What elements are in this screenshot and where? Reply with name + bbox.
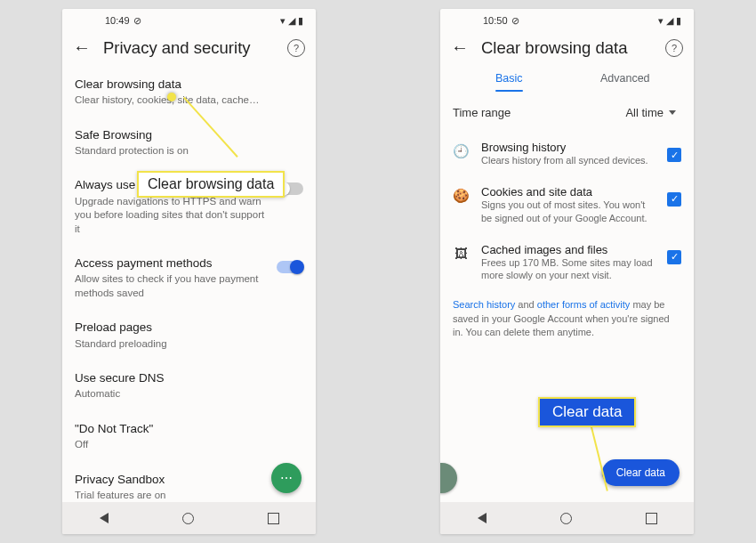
- check-subtitle: Frees up 170 MB. Some sites may load mor…: [481, 256, 655, 283]
- nav-home-icon[interactable]: [182, 513, 194, 524]
- check-cached-images[interactable]: 🖼 Cached images and files Frees up 170 M…: [440, 234, 694, 292]
- item-preload-pages[interactable]: Preload pages Standard preloading: [62, 310, 316, 361]
- link-other-activity[interactable]: other forms of activity: [537, 299, 631, 310]
- page-title: Privacy and security: [103, 38, 275, 58]
- time-range-label: Time range: [453, 106, 511, 119]
- signal-icon: ◢: [666, 15, 673, 27]
- status-bar: 10:49 ⊘ ▾ ◢ ▮: [62, 9, 316, 32]
- nav-recent-icon[interactable]: [268, 513, 279, 524]
- nav-recent-icon[interactable]: [646, 513, 657, 524]
- item-title: Safe Browsing: [75, 127, 303, 143]
- page-title: Clear browsing data: [481, 38, 653, 58]
- item-safe-browsing[interactable]: Safe Browsing Standard protection is on: [62, 118, 316, 168]
- item-subtitle: Standard protection is on: [75, 144, 303, 158]
- check-subtitle: Signs you out of most sites. You won't b…: [481, 199, 655, 225]
- checkbox-cookies[interactable]: ✓: [667, 192, 681, 207]
- status-time: 10:50: [483, 15, 508, 26]
- header: ← Privacy and security ?: [62, 32, 316, 67]
- check-title: Cookies and site data: [481, 185, 655, 199]
- signal-icon: ◢: [288, 15, 295, 27]
- phone-right-clear-data: 10:50 ⊘ ▾ ◢ ▮ ← Clear browsing data ? Ba…: [440, 9, 694, 534]
- battery-icon: ▮: [676, 15, 681, 27]
- tab-basic[interactable]: Basic: [451, 67, 567, 93]
- item-title: Clear browsing data: [75, 77, 303, 93]
- item-subtitle: Trial features are on: [75, 489, 303, 503]
- check-browsing-history[interactable]: 🕘 Browsing history Clears history from a…: [440, 132, 694, 176]
- item-title: Privacy Sandbox: [75, 472, 303, 488]
- wifi-icon: ▾: [658, 15, 664, 27]
- status-icon: ⊘: [511, 15, 519, 27]
- check-title: Browsing history: [481, 141, 655, 154]
- nav-bar: [62, 502, 316, 534]
- clock-icon: 🕘: [453, 143, 469, 159]
- checkbox-cache[interactable]: ✓: [667, 250, 681, 264]
- nav-back-icon[interactable]: [100, 513, 109, 523]
- wifi-icon: ▾: [280, 15, 286, 27]
- status-bar: 10:50 ⊘ ▾ ◢ ▮: [440, 9, 694, 32]
- help-icon[interactable]: ?: [665, 39, 683, 57]
- nav-bar: [440, 502, 694, 534]
- check-subtitle: Clears history from all synced devices.: [481, 154, 655, 167]
- checkbox-history[interactable]: ✓: [667, 148, 681, 162]
- back-icon[interactable]: ←: [73, 37, 91, 58]
- status-right: ▾ ◢ ▮: [658, 15, 681, 27]
- fab-button-partial[interactable]: [440, 463, 457, 493]
- callout-clear-data: Clear data: [538, 397, 636, 427]
- highlight-line: [590, 424, 608, 491]
- help-icon[interactable]: ?: [287, 39, 305, 57]
- item-title: Use secure DNS: [75, 370, 303, 386]
- toggle-payment-methods[interactable]: [277, 261, 303, 273]
- item-subtitle: Automatic: [75, 387, 303, 401]
- time-range-row[interactable]: Time range All time: [440, 93, 694, 132]
- callout-clear-browsing-data: Clear browsing data: [137, 171, 285, 198]
- item-subtitle: Off: [75, 438, 303, 452]
- item-subtitle: Standard preloading: [75, 337, 303, 352]
- item-payment-methods[interactable]: Access payment methods Allow sites to ch…: [62, 246, 316, 310]
- nav-home-icon[interactable]: [560, 513, 572, 524]
- item-title: "Do Not Track": [75, 421, 303, 437]
- item-title: Preload pages: [75, 320, 303, 336]
- item-title: Access payment methods: [75, 255, 269, 272]
- battery-icon: ▮: [298, 15, 303, 27]
- item-clear-browsing-data[interactable]: Clear browsing data Clear history, cooki…: [62, 67, 316, 118]
- tab-advanced[interactable]: Advanced: [567, 67, 684, 93]
- item-subtitle: Allow sites to check if you have payment…: [75, 272, 269, 300]
- time-range-value: All time: [625, 106, 664, 119]
- image-icon: 🖼: [453, 246, 469, 261]
- nav-back-icon[interactable]: [478, 513, 487, 523]
- item-subtitle: Clear history, cookies, site data, cache…: [75, 93, 303, 108]
- status-right: ▾ ◢ ▮: [280, 15, 303, 27]
- phone-left-privacy: 10:49 ⊘ ▾ ◢ ▮ ← Privacy and security ? C…: [62, 9, 316, 534]
- check-cookies[interactable]: 🍪 Cookies and site data Signs you out of…: [440, 176, 694, 234]
- header: ← Clear browsing data ?: [440, 32, 694, 67]
- check-title: Cached images and files: [481, 243, 655, 256]
- footer-text: Search history and other forms of activi…: [440, 291, 694, 346]
- item-subtitle: Upgrade navigations to HTTPS and warn yo…: [75, 195, 269, 237]
- status-time: 10:49: [105, 15, 130, 26]
- cookie-icon: 🍪: [453, 188, 469, 204]
- item-do-not-track[interactable]: "Do Not Track" Off: [62, 411, 316, 462]
- fab-button[interactable]: ⋯: [271, 463, 302, 493]
- item-secure-dns[interactable]: Use secure DNS Automatic: [62, 361, 316, 411]
- link-search-history[interactable]: Search history: [453, 299, 515, 310]
- highlight-dot: [167, 93, 176, 101]
- status-icon: ⊘: [133, 15, 141, 27]
- clear-data-button[interactable]: Clear data: [602, 459, 680, 486]
- chevron-down-icon: [669, 110, 676, 115]
- tabs: Basic Advanced: [440, 67, 694, 93]
- back-icon[interactable]: ←: [451, 37, 469, 58]
